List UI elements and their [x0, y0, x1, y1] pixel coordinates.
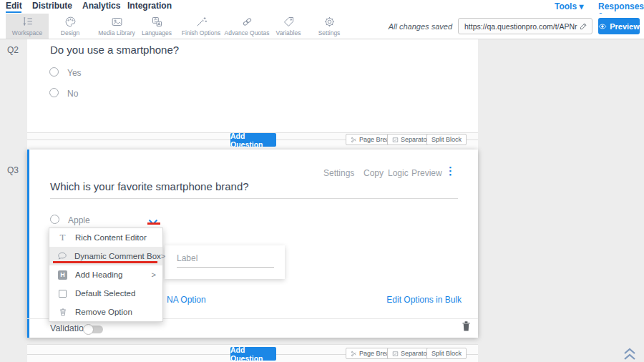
preview-button[interactable]: Preview: [598, 18, 640, 34]
insert-strip-bottom: Add Question Page Break Separator Split …: [27, 344, 478, 362]
q3-question-text[interactable]: Which is your favorite smartphone brand?: [50, 180, 249, 192]
q3-settings-link[interactable]: Settings: [323, 168, 354, 178]
chain-icon: [241, 16, 253, 28]
q3-option-label: Apple: [68, 215, 90, 225]
q2-option-label: No: [67, 89, 78, 99]
edit-options-in-bulk-link[interactable]: Edit Options in Bulk: [386, 295, 462, 305]
question-card-q2: Do you use a smartphone? Yes No: [27, 39, 478, 133]
split-block-button[interactable]: Split Block: [426, 348, 467, 359]
toolbar-settings[interactable]: Settings: [309, 14, 349, 39]
q3-logic-link[interactable]: Logic: [388, 168, 409, 178]
save-status: All changes saved: [389, 22, 452, 31]
palette-icon: [64, 16, 77, 28]
active-question-indicator: [27, 150, 29, 338]
nav-distribute[interactable]: Distribute: [32, 1, 72, 11]
q3-more-menu-icon[interactable]: ⋮: [445, 165, 456, 177]
trash-icon: [461, 320, 472, 332]
scroll-to-top-button[interactable]: [623, 348, 637, 362]
menu-item-remove-option[interactable]: Remove Option: [49, 303, 162, 321]
tag-icon: [283, 16, 295, 28]
comment-icon: [57, 251, 67, 261]
toolbar-workspace[interactable]: Workspace: [6, 14, 49, 39]
scissors-icon: [351, 137, 357, 143]
add-question-button[interactable]: Add Question: [230, 347, 276, 361]
survey-toolbar: Workspace Design Media Library Languages…: [0, 14, 644, 39]
gear-icon: [323, 16, 336, 28]
q3-radio-apple[interactable]: [50, 215, 59, 224]
option-context-menu: T Rich Content Editor Dynamic Comment Bo…: [49, 228, 163, 322]
double-chevron-up-icon: [623, 348, 637, 361]
nav-edit-active-underline: [6, 11, 21, 13]
heading-icon: H: [57, 270, 68, 280]
edit-url-pencil-icon[interactable]: [579, 21, 588, 31]
submenu-arrow-icon: >: [152, 270, 156, 279]
menu-item-add-heading[interactable]: H Add Heading >: [49, 265, 162, 284]
scissors-icon: [351, 351, 357, 357]
toolbar-finish-options[interactable]: Finish Options: [179, 14, 223, 39]
nav-edit[interactable]: Edit: [6, 1, 22, 11]
nav-integration[interactable]: Integration: [127, 1, 172, 11]
q2-radio-yes[interactable]: [49, 67, 59, 77]
insert-strip-top: Add Question Page Break Separator Split …: [27, 133, 478, 150]
q3-preview-link[interactable]: Preview: [411, 168, 442, 178]
toolbar-advance-quotas[interactable]: Advance Quotas: [225, 14, 269, 39]
top-nav: Edit Distribute Analytics Integration To…: [0, 0, 644, 14]
toolbar-design[interactable]: Design: [52, 14, 88, 39]
caret-down-icon: ▾: [579, 1, 583, 11]
q2-question-text[interactable]: Do you use a smartphone?: [50, 44, 179, 56]
comment-label-input[interactable]: [177, 253, 274, 268]
comment-box-submenu: [165, 245, 285, 279]
submenu-arrow-icon: >: [161, 252, 165, 260]
separator-icon: [392, 351, 399, 357]
split-block-button[interactable]: Split Block: [426, 134, 467, 145]
annotation-underline-chevron: [147, 222, 160, 225]
delete-question-button[interactable]: [461, 320, 472, 335]
menu-item-default-selected[interactable]: Default Selected: [49, 284, 162, 303]
validation-toggle[interactable]: [84, 326, 103, 333]
text-icon: T: [57, 232, 68, 243]
wand-icon: [195, 16, 208, 28]
question-number-q3: Q3: [7, 165, 19, 175]
survey-url-box: [458, 18, 592, 34]
checkbox-icon: [57, 290, 68, 298]
toolbar-languages[interactable]: Languages: [139, 14, 175, 39]
tools-menu[interactable]: Tools ▾: [555, 1, 583, 11]
divider: [50, 198, 458, 199]
nav-analytics[interactable]: Analytics: [82, 1, 120, 11]
trash-icon: [57, 307, 68, 317]
question-number-q2: Q2: [7, 45, 19, 55]
workspace-icon: [21, 16, 34, 28]
toggle-knob: [83, 324, 94, 335]
translate-icon: [151, 16, 163, 28]
option-actions-chevron-down-icon[interactable]: [148, 215, 158, 228]
q2-option-label: Yes: [67, 68, 82, 78]
separator-icon: [392, 137, 399, 143]
annotation-underline-dynamic-comment-box: [53, 261, 157, 263]
image-icon: [111, 16, 123, 28]
q3-copy-link[interactable]: Copy: [364, 168, 384, 178]
add-question-button[interactable]: Add Question: [230, 133, 276, 147]
eye-icon: [598, 23, 607, 30]
survey-url-input[interactable]: [464, 22, 577, 31]
menu-item-rich-content-editor[interactable]: T Rich Content Editor: [49, 228, 162, 247]
na-option-link[interactable]: NA Option: [167, 295, 206, 305]
q2-radio-no[interactable]: [49, 88, 59, 97]
toolbar-media-library[interactable]: Media Library: [92, 14, 142, 39]
toolbar-variables[interactable]: Variables: [270, 14, 306, 39]
